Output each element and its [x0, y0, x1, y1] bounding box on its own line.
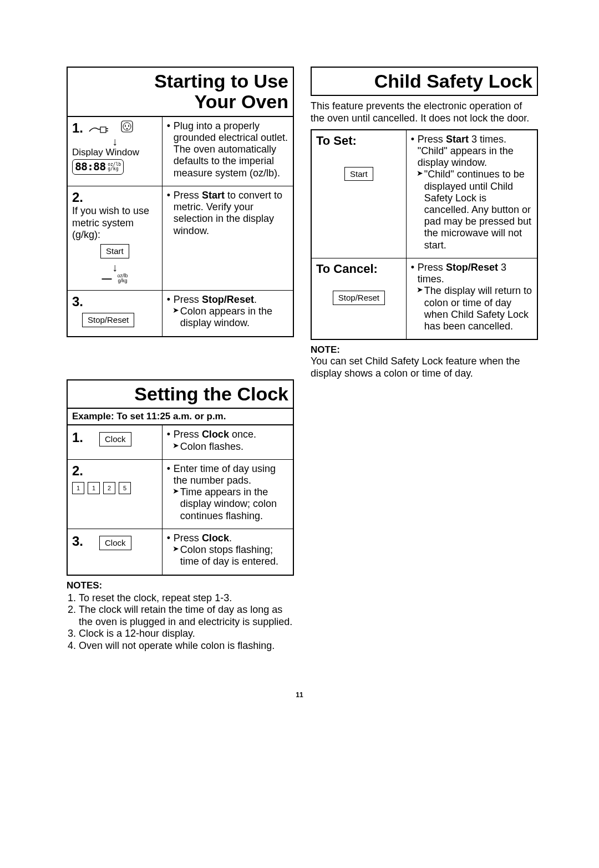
page-number: 11: [0, 691, 599, 699]
step2-lead: If you wish to use metric system (g/kg):: [72, 205, 158, 241]
arrow-down-icon: ↓: [72, 262, 158, 273]
sub-instruction: "Child" continues to be displayed until …: [418, 169, 532, 251]
clock-button-icon: Clock: [99, 432, 131, 446]
text: Press: [174, 190, 202, 201]
table-row: 3. Clock Press Clock. Colon stops flashi…: [67, 529, 293, 575]
table-row: 2. 1 1 2 5 Enter time of day using the n…: [67, 459, 293, 529]
sub-instruction: Colon flashes.: [174, 441, 288, 453]
text-bold: Stop/Reset: [202, 294, 254, 305]
instruction-text: Press Stop/Reset 3 times. The display wi…: [411, 262, 532, 332]
instruction-text: Press Start 3 times. "Child" appears in …: [411, 134, 532, 251]
clock-button-icon: Clock: [99, 536, 131, 550]
unit-gkg: g/kg: [108, 167, 121, 171]
text-bold: Start: [446, 134, 469, 145]
numpad-key: 5: [119, 482, 131, 494]
table-row: To Set: Start Press Start 3 times. "Chil…: [311, 130, 537, 258]
clock-example-bar: Example: To set 11:25 a.m. or p.m.: [67, 409, 294, 425]
sub-instruction: Colon appears in the display window.: [174, 306, 288, 329]
left-column: Starting to Use Your Oven 1.: [67, 67, 294, 652]
start-button-icon: Start: [100, 244, 129, 258]
svg-point-7: [126, 128, 128, 129]
instruction-text: Press Start to convert to metric. Verify…: [167, 190, 288, 237]
text: Press: [174, 532, 202, 544]
list-item: Clock is a 12-hour display.: [79, 628, 294, 640]
step-number: 2.: [72, 190, 83, 205]
start-button-icon: Start: [344, 167, 373, 181]
numpad-key: 1: [72, 482, 84, 494]
table-row: 1. Clock Press Clock once. Colon flashes…: [67, 425, 293, 459]
outlet-icon: [121, 124, 133, 135]
childlock-intro: This feature prevents the electronic ope…: [311, 100, 538, 124]
text: Press: [418, 134, 446, 145]
table-row: To Cancel: Stop/Reset Press Stop/Reset 3…: [311, 258, 537, 339]
numpad-key: 2: [103, 482, 115, 494]
step-number: 1.: [72, 120, 83, 135]
numpad-row: 1 1 2 5: [72, 482, 131, 494]
step-number: 1.: [72, 430, 83, 445]
text: The oven automatically defaults to the i…: [174, 144, 288, 179]
instruction-text: Press Clock once. Colon flashes.: [167, 429, 288, 452]
instruction-text: Plug into a properly grounded electrical…: [167, 120, 288, 179]
arrow-down-icon: ↓: [72, 136, 158, 147]
note-label: NOTE:: [311, 344, 538, 356]
display-window-label: Display Window: [72, 147, 158, 158]
to-cancel-label: To Cancel:: [316, 262, 402, 276]
text-bold: Stop/Reset: [446, 262, 498, 273]
display-value: 88:88: [75, 160, 105, 174]
title-line1: Starting to Use: [154, 70, 288, 92]
clock-steps-table: 1. Clock Press Clock once. Colon flashes…: [67, 425, 294, 575]
list-item: To reset the clock, repeat step 1-3.: [79, 592, 294, 605]
text: Press: [174, 429, 202, 440]
section-starting: Starting to Use Your Oven 1.: [67, 67, 294, 337]
text-bold: Start: [202, 190, 225, 201]
text: .: [254, 294, 257, 305]
childlock-note: You can set Child Safety Lock feature wh…: [311, 356, 538, 379]
right-column: Child Safety Lock This feature prevents …: [311, 67, 538, 652]
svg-rect-0: [100, 127, 106, 133]
section-title-clock: Setting the Clock: [67, 379, 294, 409]
table-row: 1.: [67, 117, 293, 186]
dash-icon: —: [101, 273, 111, 285]
instruction-text: Press Clock. Colon stops flashing; time …: [167, 532, 288, 568]
text: Press: [418, 262, 446, 273]
sub-instruction: The display will return to colon or time…: [418, 285, 532, 332]
section-clock: Setting the Clock Example: To set 11:25 …: [67, 379, 294, 652]
title-line2: Your Oven: [195, 91, 288, 112]
clock-notes-list: To reset the clock, repeat step 1-3. The…: [67, 592, 294, 652]
childlock-table: To Set: Start Press Start 3 times. "Chil…: [311, 129, 538, 341]
text-bold: Clock: [202, 532, 229, 544]
list-item: The clock will retain the time of day as…: [79, 604, 294, 628]
plug-icon: [88, 124, 121, 135]
text: Plug into a properly grounded electrical…: [174, 120, 288, 143]
numpad-key: 1: [88, 482, 100, 494]
text: Enter time of day using the number pads.: [174, 463, 276, 486]
text: .: [229, 532, 232, 544]
text: Press: [174, 294, 202, 305]
stop-reset-button-icon: Stop/Reset: [82, 313, 134, 327]
to-set-label: To Set:: [316, 134, 402, 148]
stop-reset-button-icon: Stop/Reset: [333, 291, 385, 305]
section-title-starting: Starting to Use Your Oven: [67, 67, 294, 117]
instruction-text: Enter time of day using the number pads.…: [167, 463, 288, 522]
sub-instruction: Colon stops flashing; time of day is ent…: [174, 544, 288, 567]
notes-label: NOTES:: [67, 580, 294, 591]
section-child-lock: Child Safety Lock This feature prevents …: [311, 67, 538, 380]
step-number: 3.: [72, 294, 83, 309]
section-title-childlock: Child Safety Lock: [311, 67, 538, 96]
table-row: 2. If you wish to use metric system (g/k…: [67, 186, 293, 290]
manual-page: Starting to Use Your Oven 1.: [0, 0, 599, 674]
text-bold: Clock: [202, 429, 229, 440]
sub-instruction: Time appears in the display window; colo…: [174, 486, 288, 522]
list-item: Oven will not operate while colon is fla…: [79, 640, 294, 652]
starting-steps-table: 1.: [67, 117, 294, 337]
table-row: 3. Stop/Reset Press Stop/Reset. Colon ap…: [67, 290, 293, 337]
text: once.: [229, 429, 256, 440]
unit-gkg: g/kg: [117, 278, 128, 283]
step-number: 3.: [72, 534, 83, 549]
instruction-text: Press Stop/Reset. Colon appears in the d…: [167, 294, 288, 329]
display-window-icon: 88:88 oz/lb g/kg: [72, 159, 124, 175]
step-number: 2.: [72, 463, 83, 478]
